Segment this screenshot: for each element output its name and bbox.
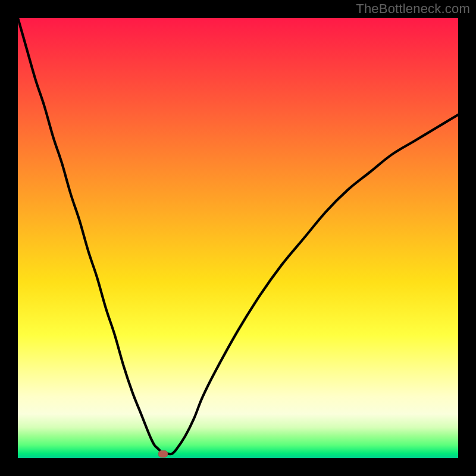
plot-area bbox=[18, 18, 458, 458]
watermark-text: TheBottleneck.com bbox=[356, 1, 470, 17]
chart-frame: TheBottleneck.com bbox=[0, 0, 476, 476]
optimal-point-marker bbox=[158, 450, 168, 458]
bottleneck-curve bbox=[18, 18, 458, 458]
